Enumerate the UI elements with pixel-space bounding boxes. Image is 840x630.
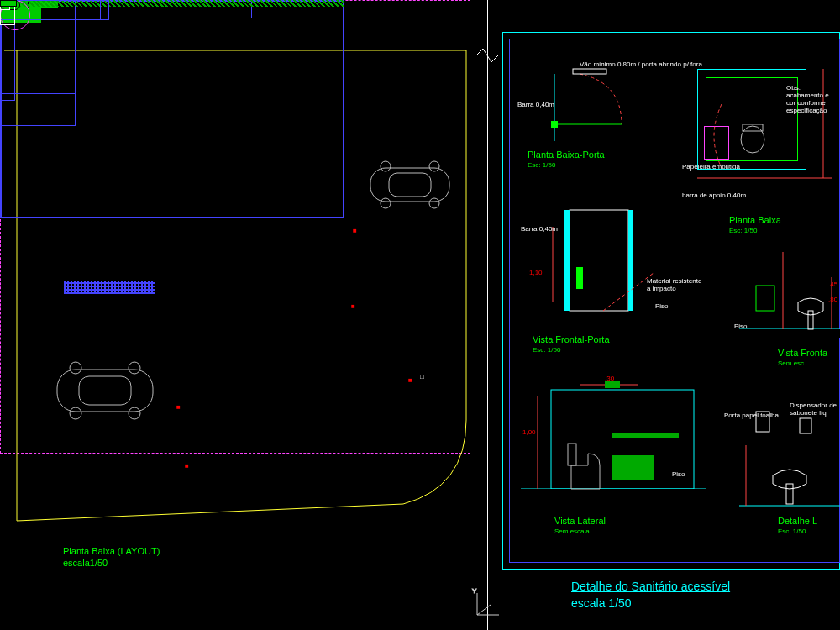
- svg-text:Y: Y: [472, 588, 477, 595]
- svg-rect-28: [739, 329, 840, 338]
- view-scale: Esc: 1/50: [528, 161, 555, 169]
- note: Piso: [734, 323, 748, 330]
- svg-rect-36: [568, 444, 576, 465]
- svg-rect-44: [786, 484, 793, 504]
- note: Piso: [672, 470, 685, 478]
- svg-point-2: [381, 198, 391, 208]
- svg-point-11: [129, 362, 140, 374]
- svg-point-10: [70, 362, 81, 374]
- note: Barra 0,40m: [517, 101, 554, 108]
- svg-rect-29: [808, 311, 813, 329]
- svg-point-3: [429, 198, 439, 208]
- sheet-scale: escala 1/50: [571, 596, 632, 610]
- view-scale: Esc: 1/50: [729, 227, 757, 234]
- svg-rect-25: [528, 312, 670, 321]
- sheet-divider: [487, 0, 488, 630]
- svg-rect-1: [389, 173, 431, 197]
- svg-rect-14: [551, 121, 558, 128]
- note: barra de apoio 0,40m: [682, 192, 746, 199]
- note: Piso: [655, 302, 669, 310]
- svg-point-5: [429, 161, 439, 171]
- svg-point-8: [70, 407, 81, 419]
- view-scale: Esc: 1/50: [533, 346, 560, 354]
- svg-rect-23: [576, 267, 583, 289]
- svg-point-9: [129, 407, 140, 419]
- note: Barra 0,40m: [521, 225, 558, 233]
- note: Papeleira embutida: [682, 163, 740, 171]
- svg-rect-41: [605, 381, 620, 388]
- sheet-title: Detalhe do Sanitário acessível: [571, 580, 730, 593]
- note: Material resistente a impacto: [647, 277, 706, 292]
- svg-rect-35: [521, 489, 706, 497]
- view-title: Planta Baixa: [729, 215, 781, 225]
- view-title: Detalhe L: [778, 516, 817, 526]
- svg-rect-20: [570, 210, 628, 311]
- svg-point-4: [381, 161, 391, 171]
- view-title: Planta Baixa-Porta: [528, 150, 605, 160]
- ucs-icon: Y: [470, 588, 504, 622]
- view-scale: Sem esc: [778, 360, 804, 367]
- left-plan-scale: escala1/50: [63, 558, 108, 568]
- view-scale: Sem escala: [554, 528, 590, 535]
- svg-rect-43: [800, 418, 811, 433]
- svg-rect-37: [612, 433, 679, 438]
- svg-rect-22: [628, 210, 633, 311]
- note: Obs. acabamento e cor conforme especific…: [786, 84, 837, 114]
- view-title: Vista Lateral: [554, 516, 606, 526]
- svg-rect-38: [612, 455, 654, 480]
- svg-rect-32: [756, 286, 774, 311]
- view-title: Vista Fronta: [778, 348, 827, 358]
- car-icon: [50, 361, 160, 420]
- car-icon: [364, 160, 456, 210]
- svg-rect-21: [564, 210, 570, 311]
- view-scale: Esc: 1/50: [778, 528, 806, 535]
- note: Vão mínimo 0,80m / porta abrindo p/ fora: [580, 60, 702, 68]
- note: Porta papel toalha: [724, 412, 779, 419]
- view-title: Vista Frontal-Porta: [533, 334, 610, 344]
- left-plan-title: Planta Baixa (LAYOUT): [63, 546, 160, 556]
- note: Dispensador de sabonete líq.: [790, 402, 840, 417]
- svg-rect-7: [79, 376, 131, 405]
- cad-viewport[interactable]: ■ ■ ■ ■ ■ □ Planta Baixa (LAYOUT) escala…: [0, 0, 840, 630]
- svg-rect-15: [573, 69, 606, 74]
